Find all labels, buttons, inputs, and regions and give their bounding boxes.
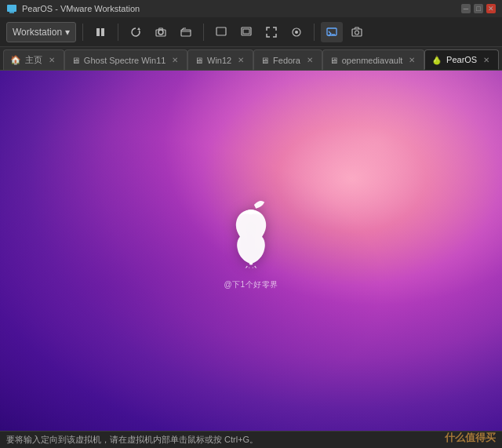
omv-icon: 🖥	[329, 56, 338, 65]
tab-win11[interactable]: 🖥 Ghost Spectre Win11 ✕	[64, 49, 187, 70]
window-title: PearOS - VMware Workstation	[22, 4, 140, 13]
app-icon	[6, 3, 17, 14]
tab-home-label: 主页	[25, 54, 42, 66]
status-text: 要将输入定向到该虚拟机，请在虚拟机内部单击鼠标或按 Ctrl+G。	[6, 434, 258, 446]
tab-openmediavault[interactable]: 🖥 openmediavault ✕	[322, 49, 424, 70]
tab-win12-label: Win12	[207, 56, 231, 65]
tab-win11-close[interactable]: ✕	[169, 55, 180, 66]
tab-win12-close[interactable]: ✕	[235, 55, 246, 66]
title-bar: PearOS - VMware Workstation ─ □ ✕	[0, 0, 502, 17]
svg-point-16	[249, 262, 253, 264]
pear-logo: @下1个好零界	[220, 197, 282, 290]
svg-rect-0	[7, 5, 16, 12]
vm-display[interactable]: @下1个好零界	[0, 71, 502, 431]
toolbar-separator-4	[314, 24, 315, 41]
maximize-button[interactable]: □	[474, 4, 483, 13]
toolbar: Workstation ▾	[0, 17, 502, 47]
tab-pearos[interactable]: 🍐 PearOS ✕	[424, 49, 499, 70]
workstation-menu-button[interactable]: Workstation ▾	[6, 22, 76, 42]
tab-fedora-close[interactable]: ✕	[304, 55, 315, 66]
tab-fedora-label: Fedora	[273, 56, 300, 65]
workstation-label: Workstation	[13, 27, 62, 38]
unity-button[interactable]	[286, 22, 307, 42]
tab-home[interactable]: 🏠 主页 ✕	[3, 49, 64, 70]
dropdown-arrow-icon: ▾	[65, 27, 70, 38]
snapshot-button[interactable]	[150, 22, 172, 42]
svg-point-12	[295, 31, 298, 34]
tabs-bar: 🏠 主页 ✕ 🖥 Ghost Spectre Win11 ✕ 🖥 Win12 ✕…	[0, 47, 502, 71]
pause-button[interactable]	[89, 22, 111, 42]
vm-loading-text: @下1个好零界	[224, 279, 278, 290]
tab-win12[interactable]: 🖥 Win12 ✕	[187, 49, 253, 70]
home-icon: 🏠	[10, 55, 21, 65]
pearos-icon: 🍐	[431, 55, 442, 65]
shared-folder-button[interactable]	[175, 22, 197, 42]
fedora-icon: 🖥	[260, 56, 269, 65]
toolbar-separator-2	[118, 24, 118, 41]
fullscreen-button[interactable]	[260, 22, 282, 42]
svg-point-15	[355, 31, 359, 35]
svg-rect-10	[243, 29, 249, 34]
pear-logo-svg	[220, 197, 282, 268]
svg-rect-1	[9, 12, 14, 13]
toolbar-separator-1	[82, 24, 83, 41]
view-tab-button[interactable]	[235, 22, 257, 42]
tab-win11-label: Ghost Spectre Win11	[84, 56, 166, 65]
win12-icon: 🖥	[195, 56, 203, 65]
screenshot-button[interactable]	[346, 22, 368, 42]
toolbar-separator-3	[203, 24, 204, 41]
svg-rect-14	[352, 29, 362, 36]
window-controls: ─ □ ✕	[461, 4, 496, 13]
status-bar: 要将输入定向到该虚拟机，请在虚拟机内部单击鼠标或按 Ctrl+G。	[0, 431, 502, 448]
tab-pearos-label: PearOS	[446, 55, 477, 64]
minimize-button[interactable]: ─	[461, 4, 471, 13]
win11-icon: 🖥	[71, 56, 80, 65]
tab-omv-close[interactable]: ✕	[406, 55, 417, 66]
svg-rect-6	[156, 30, 166, 36]
tab-omv-label: openmediavault	[342, 56, 403, 65]
revert-button[interactable]	[125, 22, 147, 42]
tab-home-close[interactable]: ✕	[46, 55, 57, 66]
svg-marker-4	[137, 27, 140, 30]
tab-fedora[interactable]: 🖥 Fedora ✕	[253, 49, 322, 70]
tab-pearos-close[interactable]: ✕	[481, 54, 492, 65]
view-normal-button[interactable]	[210, 22, 232, 42]
send-ctrl-alt-button[interactable]	[321, 22, 343, 42]
svg-rect-3	[101, 28, 104, 36]
svg-rect-8	[216, 27, 226, 35]
svg-rect-2	[96, 28, 100, 36]
title-bar-left: PearOS - VMware Workstation	[6, 3, 140, 14]
svg-rect-7	[181, 30, 191, 36]
svg-point-5	[158, 30, 163, 35]
close-button[interactable]: ✕	[486, 4, 496, 13]
